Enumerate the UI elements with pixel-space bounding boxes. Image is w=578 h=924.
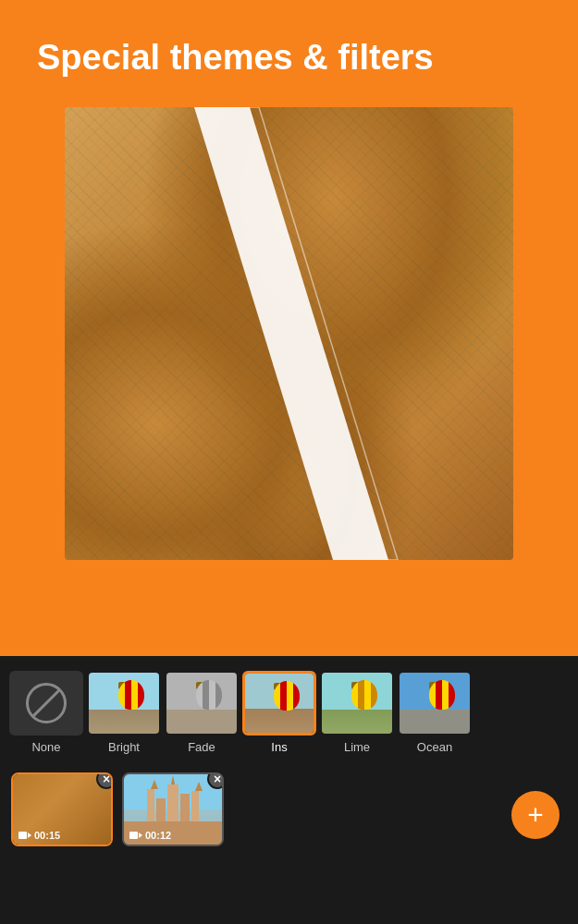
filter-ins[interactable]: Ins — [242, 671, 316, 754]
filter-bright-img — [89, 673, 159, 734]
filter-ocean[interactable]: Ocean — [398, 671, 472, 754]
filter-ins-img — [245, 674, 314, 733]
svg-rect-0 — [65, 107, 513, 560]
filter-none[interactable]: None — [9, 671, 83, 754]
filter-ocean-thumb[interactable] — [398, 671, 472, 736]
filter-strip: None Bright — [0, 656, 578, 761]
ocean-balloon — [429, 680, 440, 689]
svg-rect-5 — [147, 789, 154, 821]
video-icon-2 — [129, 831, 142, 840]
filter-bright[interactable]: Bright — [87, 671, 161, 754]
bottom-panel: None Bright — [0, 656, 578, 924]
bright-balloon — [118, 680, 129, 689]
filter-ins-label: Ins — [271, 740, 287, 754]
lime-balloon — [351, 680, 363, 689]
filter-none-label: None — [31, 740, 60, 754]
filter-bright-thumb[interactable] — [87, 671, 161, 736]
svg-rect-6 — [156, 798, 166, 821]
filter-fade[interactable]: Fade — [165, 671, 239, 754]
transition-line — [65, 107, 513, 560]
fade-balloon — [196, 680, 207, 689]
svg-rect-9 — [191, 791, 199, 821]
add-clip-button[interactable]: + — [511, 791, 560, 839]
svg-marker-14 — [139, 833, 142, 838]
filter-lime-label: Lime — [344, 740, 370, 754]
filter-fade-thumb[interactable] — [165, 671, 239, 736]
filter-fade-label: Fade — [188, 740, 215, 754]
filter-ocean-img — [400, 673, 470, 734]
filter-ocean-label: Ocean — [417, 740, 452, 754]
clip1-duration: 00:15 — [18, 830, 60, 841]
ins-balloon — [274, 681, 285, 690]
timeline-clip-2[interactable]: × 00:12 — [122, 772, 224, 846]
no-filter-icon — [26, 683, 67, 723]
filter-lime-img — [322, 673, 392, 734]
timeline-clip-1[interactable]: × 00:15 — [11, 772, 113, 846]
food-image — [65, 107, 513, 560]
video-icon — [18, 831, 31, 840]
svg-rect-8 — [180, 794, 190, 821]
filter-bright-label: Bright — [108, 740, 140, 754]
filter-lime-thumb[interactable] — [320, 671, 394, 736]
main-preview — [65, 107, 513, 560]
filter-ins-thumb[interactable] — [242, 671, 316, 736]
svg-rect-1 — [18, 832, 27, 839]
filter-fade-img — [166, 673, 237, 734]
svg-rect-7 — [167, 784, 178, 821]
svg-rect-13 — [129, 832, 138, 839]
timeline: × 00:15 — [0, 761, 578, 857]
filter-none-thumb[interactable] — [9, 671, 83, 736]
header: Special themes & filters — [0, 0, 578, 98]
svg-marker-2 — [28, 833, 31, 838]
clip2-duration: 00:12 — [129, 830, 171, 841]
filter-lime[interactable]: Lime — [320, 671, 394, 754]
page-title: Special themes & filters — [37, 37, 541, 79]
